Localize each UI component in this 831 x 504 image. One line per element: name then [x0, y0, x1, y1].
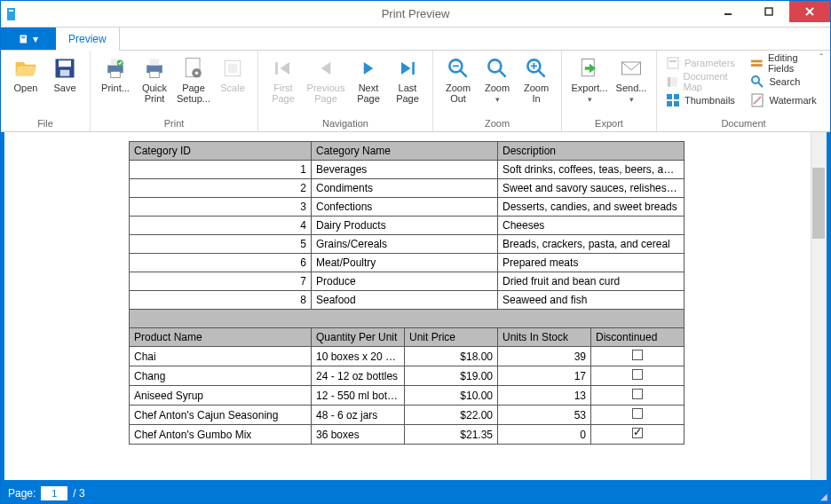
- svg-rect-45: [751, 59, 763, 62]
- ribbon-group-print: Print... Quick Print Page Setup... Scale…: [91, 51, 258, 131]
- checkbox-icon: [632, 408, 643, 419]
- zoom-in-button[interactable]: Zoom In: [517, 52, 556, 116]
- svg-rect-7: [21, 36, 26, 37]
- titlebar: Print Preview: [1, 1, 830, 28]
- svg-rect-18: [150, 72, 160, 78]
- col-unit-price: Unit Price: [405, 328, 498, 347]
- watermark-button[interactable]: Watermark: [750, 91, 821, 109]
- send-button[interactable]: Send... ▾: [612, 52, 651, 116]
- table-row: Aniseed Syrup12 - 550 ml bottl...$10.001…: [130, 386, 685, 406]
- svg-line-48: [758, 83, 763, 87]
- chevron-down-icon: ▾: [588, 95, 592, 104]
- printer-icon: [103, 56, 128, 81]
- scale-icon: [220, 56, 245, 81]
- quick-print-button[interactable]: Quick Print: [135, 52, 174, 116]
- page-label: Page:: [8, 487, 36, 500]
- svg-rect-8: [21, 37, 26, 38]
- close-button[interactable]: [789, 1, 830, 22]
- svg-rect-6: [20, 35, 28, 43]
- print-button[interactable]: Print...: [96, 52, 135, 116]
- save-icon: [52, 56, 77, 81]
- editing-fields-icon: [750, 56, 764, 70]
- svg-rect-46: [751, 64, 763, 67]
- ribbon-group-zoom: Zoom Out Zoom ▾ Zoom In Zoom: [433, 51, 562, 131]
- chevron-down-icon: ▾: [495, 95, 500, 104]
- previous-page-button: Previous Page: [303, 52, 349, 116]
- page-setup-button[interactable]: Page Setup...: [174, 52, 213, 116]
- table-row: Chai10 boxes x 20 ba...$18.0039: [130, 347, 685, 366]
- svg-point-21: [195, 72, 199, 75]
- svg-rect-37: [668, 58, 678, 68]
- minimize-button[interactable]: [708, 1, 748, 22]
- page-surface[interactable]: Category ID Category Name Description 1B…: [4, 132, 811, 480]
- table-row: 8SeafoodSeaweed and fish: [130, 291, 685, 310]
- vertical-scrollbar[interactable]: [811, 132, 827, 480]
- folder-open-icon: [13, 56, 38, 81]
- tab-preview[interactable]: Preview: [56, 28, 120, 50]
- ribbon-collapse-icon[interactable]: ˆ: [819, 52, 823, 63]
- page-setup-icon: [181, 56, 206, 81]
- svg-rect-41: [667, 94, 672, 99]
- col-category-name: Category Name: [312, 142, 498, 161]
- svg-line-32: [539, 71, 545, 77]
- table-row: 1BeveragesSoft drinks, coffees, teas, be…: [130, 161, 685, 179]
- editing-fields-button[interactable]: Editing Fields: [750, 54, 821, 72]
- save-button[interactable]: Save: [45, 52, 84, 116]
- svg-rect-42: [674, 94, 679, 99]
- search-button[interactable]: Search: [750, 73, 821, 91]
- svg-rect-43: [667, 101, 672, 106]
- svg-rect-10: [59, 60, 71, 67]
- table-row: Chef Anton's Cajun Seasoning48 - 6 oz ja…: [130, 406, 685, 425]
- maximize-button[interactable]: [748, 1, 789, 22]
- table-row: 3ConfectionsDesserts, candies, and sweet…: [130, 198, 685, 217]
- col-qpu: Quantity Per Unit: [312, 328, 405, 347]
- next-page-icon: [356, 56, 381, 81]
- search-icon: [750, 75, 764, 89]
- zoom-out-button[interactable]: Zoom Out: [439, 52, 478, 116]
- ribbon-group-export: Export... ▾ Send... ▾ Export: [562, 51, 657, 131]
- watermark-icon: [750, 93, 764, 107]
- svg-rect-25: [412, 62, 415, 75]
- table-row: 5Grains/CerealsBreads, crackers, pasta, …: [130, 235, 685, 254]
- first-page-icon: [271, 56, 296, 81]
- svg-rect-38: [669, 60, 677, 62]
- tabstrip: ▾ Preview: [1, 28, 830, 51]
- ribbon-group-file: Open Save File: [1, 51, 91, 131]
- col-description: Description: [498, 142, 685, 161]
- checkbox-icon: [632, 428, 643, 438]
- thumbnails-button[interactable]: Thumbnails: [666, 91, 743, 109]
- table-row: Chef Anton's Gumbo Mix36 boxes$21.350: [130, 425, 685, 445]
- envelope-icon: [619, 56, 644, 81]
- svg-rect-11: [60, 70, 70, 76]
- col-category-id: Category ID: [130, 142, 312, 161]
- svg-line-27: [461, 71, 467, 77]
- thumbnails-icon: [666, 93, 680, 107]
- resize-grip-icon[interactable]: ◢: [820, 492, 827, 501]
- svg-point-47: [752, 76, 759, 83]
- export-icon: [577, 56, 602, 81]
- export-button[interactable]: Export... ▾: [567, 52, 612, 116]
- chevron-down-icon: ▾: [629, 95, 634, 104]
- current-page-input[interactable]: [41, 486, 67, 500]
- file-menu-button[interactable]: ▾: [1, 28, 56, 50]
- ribbon: ˆ Open Save File Print... Quick Print: [1, 51, 830, 132]
- zoom-in-icon: [524, 56, 549, 81]
- preview-area: Category ID Category Name Description 1B…: [1, 132, 830, 484]
- window-title: Print Preview: [1, 7, 830, 20]
- zoom-icon: [485, 56, 510, 81]
- svg-rect-24: [275, 62, 278, 75]
- parameters-icon: [666, 56, 680, 70]
- col-stock: Units In Stock: [498, 328, 591, 347]
- col-product-name: Product Name: [130, 328, 312, 347]
- total-pages: / 3: [73, 487, 84, 500]
- zoom-button[interactable]: Zoom ▾: [478, 52, 517, 116]
- scale-button: Scale: [213, 52, 252, 116]
- scroll-thumb[interactable]: [812, 168, 825, 239]
- next-page-button[interactable]: Next Page: [349, 52, 388, 116]
- svg-rect-39: [668, 77, 671, 87]
- open-button[interactable]: Open: [6, 52, 45, 116]
- window-buttons: [708, 1, 830, 22]
- svg-rect-23: [228, 64, 238, 74]
- last-page-button[interactable]: Last Page: [388, 52, 427, 116]
- svg-rect-14: [111, 72, 121, 78]
